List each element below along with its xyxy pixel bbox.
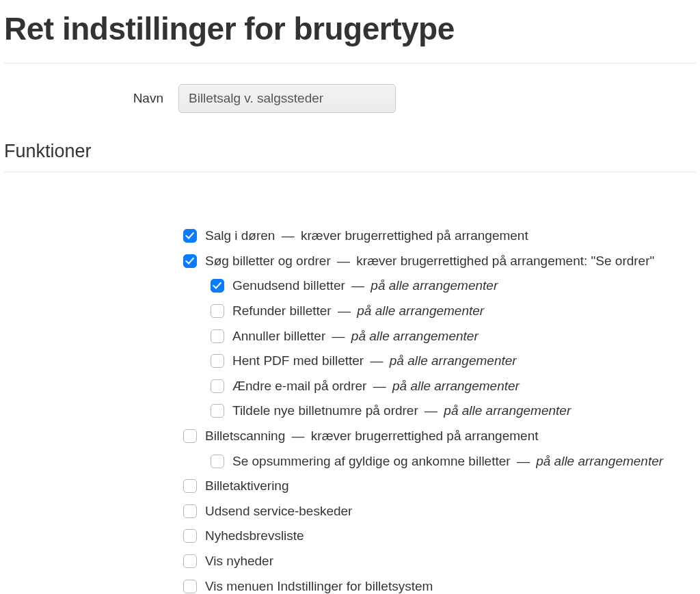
checkbox-summary-valid[interactable]: [211, 455, 224, 468]
checkbox-cancel-tickets[interactable]: [211, 329, 224, 343]
checkbox-assign-numbers[interactable]: [211, 404, 224, 418]
row-cancel-tickets: Annuller billetter — på alle arrangement…: [211, 327, 696, 346]
label-search-orders: Søg billetter og ordrer — kræver brugerr…: [205, 252, 654, 271]
suffix-text: på alle arrangementer: [444, 403, 571, 418]
label-text: Genudsend billetter: [232, 278, 345, 293]
suffix-text: kræver brugerrettighed på arrangement: [311, 429, 539, 443]
title-separator: [4, 63, 696, 64]
row-download-pdf: Hent PDF med billetter — på alle arrange…: [211, 352, 696, 370]
row-search-orders: Søg billetter og ordrer — kræver brugerr…: [183, 252, 696, 271]
label-text: Billetscanning: [205, 429, 285, 443]
checkbox-show-settings-menu[interactable]: [183, 580, 197, 593]
checkbox-resend-tickets[interactable]: [211, 279, 224, 293]
label-text: Hent PDF med billetter: [232, 353, 364, 368]
suffix-text: på alle arrangementer: [371, 278, 498, 293]
label-assign-numbers: Tildele nye billetnumre på ordrer — på a…: [232, 402, 571, 420]
suffix-text: på alle arrangementer: [357, 303, 484, 318]
row-summary-valid: Se opsummering af gyldige og ankomne bil…: [211, 453, 696, 471]
suffix-text: på alle arrangementer: [390, 353, 517, 368]
row-show-news: Vis nyheder: [183, 552, 696, 571]
label-text: Ændre e-mail på ordrer: [232, 379, 366, 393]
dash: —: [334, 303, 355, 318]
label-text: Tildele nye billetnumre på ordrer: [232, 403, 418, 418]
row-resend-tickets: Genudsend billetter — på alle arrangemen…: [211, 277, 696, 295]
label-service-messages: Udsend service-beskeder: [205, 502, 352, 521]
dash: —: [334, 254, 354, 268]
checkbox-newsletter-list[interactable]: [183, 529, 197, 543]
checkbox-ticket-scanning[interactable]: [183, 429, 197, 443]
label-resend-tickets: Genudsend billetter — på alle arrangemen…: [232, 277, 498, 295]
name-label: Navn: [4, 90, 178, 108]
label-ticket-scanning: Billetscanning — kræver brugerrettighed …: [205, 427, 539, 446]
checkbox-search-orders[interactable]: [183, 254, 197, 268]
page-title: Ret indstillinger for brugertype: [4, 7, 696, 51]
dash: —: [369, 379, 390, 393]
row-door-sales: Salg i døren — kræver brugerrettighed på…: [183, 227, 696, 245]
checkbox-ticket-activation[interactable]: [183, 479, 197, 493]
dash: —: [366, 353, 387, 368]
dash: —: [328, 329, 349, 343]
row-show-settings-menu: Vis menuen Indstillinger for billetsyste…: [183, 578, 696, 595]
checkbox-door-sales[interactable]: [183, 229, 197, 243]
label-door-sales: Salg i døren — kræver brugerrettighed på…: [205, 227, 528, 245]
label-text: Annuller billetter: [232, 329, 325, 343]
label-text: Søg billetter og ordrer: [205, 254, 331, 268]
suffix-text: på alle arrangementer: [351, 329, 479, 343]
row-newsletter-list: Nyhedsbrevsliste: [183, 527, 696, 545]
label-download-pdf: Hent PDF med billetter — på alle arrange…: [232, 352, 517, 370]
dash: —: [348, 278, 368, 293]
label-summary-valid: Se opsummering af gyldige og ankomne bil…: [232, 453, 663, 471]
label-newsletter-list: Nyhedsbrevsliste: [205, 527, 304, 545]
row-change-email: Ændre e-mail på ordrer — på alle arrange…: [211, 377, 696, 396]
dash: —: [278, 228, 298, 243]
row-ticket-activation: Billetaktivering: [183, 477, 696, 496]
dash: —: [288, 429, 308, 443]
label-show-news: Vis nyheder: [205, 552, 273, 571]
checkbox-service-messages[interactable]: [183, 504, 197, 518]
suffix-text: kræver brugerrettighed på arrangement: "…: [356, 254, 654, 268]
label-text: Salg i døren: [205, 228, 275, 243]
checkbox-download-pdf[interactable]: [211, 354, 224, 368]
checkbox-show-news[interactable]: [183, 554, 197, 568]
label-text: Se opsummering af gyldige og ankomne bil…: [232, 454, 511, 468]
label-cancel-tickets: Annuller billetter — på alle arrangement…: [232, 327, 479, 346]
name-input[interactable]: [178, 84, 396, 113]
label-ticket-activation: Billetaktivering: [205, 477, 289, 496]
functions-list: Salg i døren — kræver brugerrettighed på…: [4, 193, 696, 594]
checkbox-change-email[interactable]: [211, 379, 224, 393]
dash: —: [513, 454, 534, 468]
checkbox-refund-tickets[interactable]: [211, 304, 224, 318]
functions-heading: Funktioner: [4, 139, 696, 165]
suffix-text: på alle arrangementer: [392, 379, 520, 393]
row-service-messages: Udsend service-beskeder: [183, 502, 696, 521]
suffix-text: kræver brugerrettighed på arrangement: [301, 228, 528, 243]
row-refund-tickets: Refunder billetter — på alle arrangement…: [211, 302, 696, 321]
suffix-text: på alle arrangementer: [536, 454, 663, 468]
name-row: Navn: [4, 84, 696, 113]
row-ticket-scanning: Billetscanning — kræver brugerrettighed …: [183, 427, 696, 446]
label-change-email: Ændre e-mail på ordrer — på alle arrange…: [232, 377, 520, 396]
dash: —: [421, 403, 442, 418]
functions-separator: [4, 172, 696, 172]
label-text: Refunder billetter: [232, 303, 332, 318]
row-assign-numbers: Tildele nye billetnumre på ordrer — på a…: [211, 402, 696, 420]
label-show-settings-menu: Vis menuen Indstillinger for billetsyste…: [205, 578, 433, 595]
label-refund-tickets: Refunder billetter — på alle arrangement…: [232, 302, 484, 321]
